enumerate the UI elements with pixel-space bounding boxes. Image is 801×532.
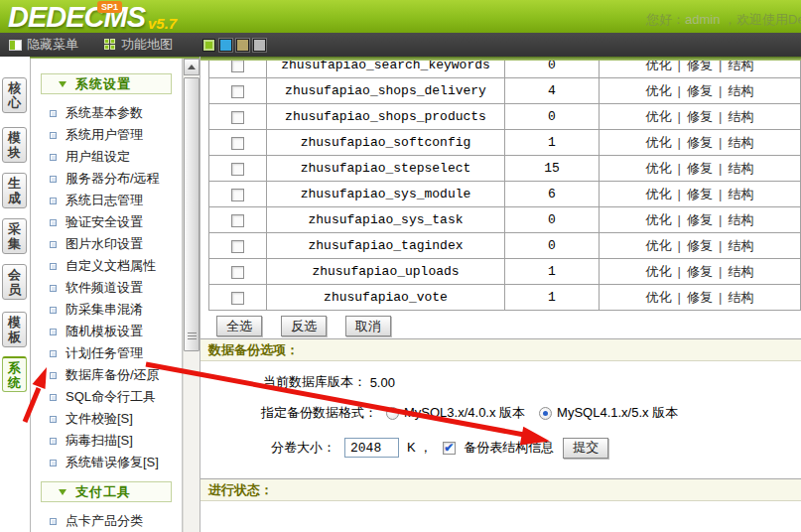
module-tab-5[interactable]: 会员 (2, 264, 27, 300)
sidebar-menu-item[interactable]: 计划任务管理 (31, 342, 182, 364)
action-link-3[interactable]: 结构 (728, 83, 753, 98)
action-link-3[interactable]: 结构 (728, 109, 753, 124)
scrollbar-thumb[interactable] (184, 77, 200, 351)
mysql-format-option-2[interactable]: MySQL4.1.x/5.x 版本 (539, 404, 678, 422)
sidebar-menu-item[interactable]: 点卡产品分类 (31, 510, 182, 532)
action-link-2[interactable]: 修复 (687, 109, 713, 124)
action-link-3[interactable]: 结构 (728, 135, 753, 150)
sidebar-menu-item[interactable]: 系统错误修复[S] (31, 452, 182, 473)
action-separator: | (678, 109, 681, 124)
row-checkbox[interactable] (231, 61, 244, 72)
skin-color-swatch[interactable] (219, 39, 232, 52)
action-link-2[interactable]: 修复 (687, 290, 713, 305)
action-link-1[interactable]: 优化 (646, 187, 672, 201)
progress-status-header: 进行状态： (200, 478, 801, 501)
section-collapse-arrow-icon (59, 489, 67, 495)
sidebar-menu-item[interactable]: SQL命令行工具 (31, 386, 182, 408)
action-link-1[interactable]: 优化 (646, 290, 672, 305)
action-link-2[interactable]: 修复 (687, 264, 713, 279)
sidebar-menu-item[interactable]: 病毒扫描[S] (31, 430, 182, 452)
table-name-cell: zhusufapiao_shops_products (267, 104, 505, 130)
action-link-2[interactable]: 修复 (687, 135, 713, 150)
row-checkbox[interactable] (231, 214, 244, 227)
backup-format-label: 指定备份数据格式： (261, 404, 377, 422)
row-checkbox[interactable] (231, 85, 244, 98)
module-tab-6[interactable]: 模板 (2, 312, 27, 347)
action-link-3[interactable]: 结构 (728, 238, 753, 253)
sidebar-menu-item[interactable]: 系统日志管理 (31, 190, 182, 211)
sidebar-menu-item[interactable]: 软件频道设置 (31, 277, 182, 299)
action-link-3[interactable]: 结构 (728, 264, 753, 279)
skin-color-swatch[interactable] (236, 39, 249, 52)
invert-selection-button[interactable]: 反选 (281, 316, 327, 336)
action-link-1[interactable]: 优化 (646, 264, 672, 279)
row-actions-cell: 优化|修复|结构 (600, 207, 801, 233)
action-link-1[interactable]: 优化 (646, 135, 672, 150)
row-checkbox[interactable] (231, 111, 244, 124)
db-version-value: 5.00 (370, 375, 395, 390)
main-content: zhusufapiao_search_keywords0优化|修复|结构zhus… (200, 61, 801, 532)
action-link-2[interactable]: 修复 (687, 161, 713, 176)
row-checkbox[interactable] (231, 292, 244, 305)
feature-map-button[interactable]: 功能地图 (104, 36, 173, 54)
row-checkbox[interactable] (231, 189, 244, 201)
menu-section-header[interactable]: 支付工具 (41, 481, 172, 502)
action-link-1[interactable]: 优化 (646, 238, 672, 253)
module-tab-2[interactable]: 模块 (2, 127, 27, 163)
sidebar-menu-item[interactable]: 自定义文档属性 (31, 255, 182, 277)
sidebar-menu-item[interactable]: 数据库备份/还原 (31, 364, 182, 386)
mysql-format-radio[interactable] (386, 407, 399, 420)
logo-text: DEDECMS (8, 1, 145, 33)
scrollbar-up-button[interactable] (184, 59, 200, 75)
sidebar-menu-item[interactable]: 系统基本参数 (31, 102, 182, 124)
module-tab-7[interactable]: 系统 (2, 356, 27, 392)
module-tab-3[interactable]: 生成 (2, 173, 27, 208)
action-link-3[interactable]: 结构 (728, 161, 753, 176)
action-link-3[interactable]: 结构 (728, 61, 753, 72)
action-link-1[interactable]: 优化 (646, 109, 672, 124)
sidebar-menu-item[interactable]: 随机模板设置 (31, 321, 182, 342)
volume-size-input[interactable] (344, 438, 399, 458)
skin-color-swatch[interactable] (253, 39, 266, 52)
action-link-2[interactable]: 修复 (687, 61, 713, 72)
action-link-2[interactable]: 修复 (687, 187, 713, 201)
action-link-1[interactable]: 优化 (646, 61, 672, 72)
sidebar-menu-item[interactable]: 服务器分布/远程 (31, 168, 182, 190)
row-checkbox[interactable] (231, 240, 244, 253)
module-tab-label: 系统 (8, 360, 22, 390)
action-link-3[interactable]: 结构 (728, 187, 753, 201)
mysql-format-radio[interactable] (539, 407, 552, 420)
module-tab-1[interactable]: 核心 (2, 77, 27, 113)
mysql-format-option-1[interactable]: MySQL3.x/4.0.x 版本 (386, 404, 525, 422)
sidebar-scrollbar[interactable] (183, 59, 200, 532)
action-link-2[interactable]: 修复 (687, 238, 713, 253)
module-tab-4[interactable]: 采集 (2, 218, 27, 254)
submit-button[interactable]: 提交 (563, 438, 608, 459)
sidebar-menu-item[interactable]: 防采集串混淆 (31, 299, 182, 321)
action-link-2[interactable]: 修复 (687, 212, 713, 227)
action-link-1[interactable]: 优化 (646, 161, 672, 176)
action-separator: | (719, 61, 722, 72)
action-link-1[interactable]: 优化 (646, 83, 672, 98)
row-checkbox[interactable] (231, 137, 244, 150)
backup-structure-checkbox[interactable] (443, 442, 456, 455)
sidebar-menu-item[interactable]: 验证安全设置 (31, 211, 182, 233)
action-link-3[interactable]: 结构 (728, 290, 753, 305)
sidebar-menu-item[interactable]: 图片水印设置 (31, 233, 182, 255)
menu-section-header[interactable]: 系统设置 (41, 73, 172, 94)
row-checkbox[interactable] (231, 163, 244, 176)
row-checkbox[interactable] (231, 266, 244, 279)
select-all-button[interactable]: 全选 (216, 316, 262, 336)
row-actions-cell: 优化|修复|结构 (600, 61, 801, 78)
action-link-1[interactable]: 优化 (646, 212, 672, 227)
skin-color-swatch[interactable] (202, 39, 215, 52)
cancel-selection-button[interactable]: 取消 (345, 316, 391, 336)
sidebar-menu-item[interactable]: 用户组设定 (31, 146, 182, 168)
action-link-2[interactable]: 修复 (687, 83, 713, 98)
action-link-3[interactable]: 结构 (728, 212, 753, 227)
menu-item-label: 系统日志管理 (66, 192, 143, 209)
sidebar-menu-item[interactable]: 文件校验[S] (31, 408, 182, 430)
hide-menu-button[interactable]: 隐藏菜单 (9, 36, 78, 54)
sidebar-menu-item[interactable]: 系统用户管理 (31, 124, 182, 146)
row-actions-cell: 优化|修复|结构 (600, 259, 801, 285)
